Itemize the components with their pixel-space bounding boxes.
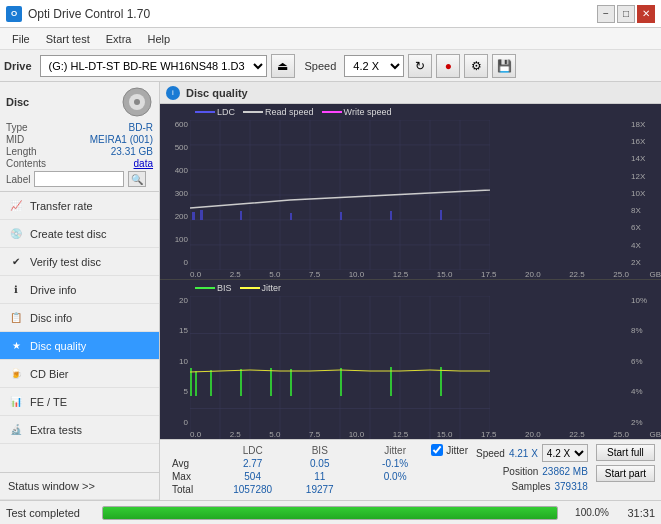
sidebar-item-disc-quality[interactable]: ★ Disc quality [0,332,159,360]
disc-type-row: Type BD-R [6,122,153,133]
action-buttons: Start full Start part [596,444,655,482]
sidebar-item-label: Disc quality [30,340,86,352]
svg-rect-62 [270,368,272,396]
samples-value: 379318 [554,481,587,492]
save-button[interactable]: 💾 [492,54,516,78]
stats-avg-label: Avg [166,457,215,470]
y-label: 400 [160,166,190,175]
bis-chart: BIS Jitter [160,280,661,439]
x-label: 10.0 [349,430,365,439]
y-label-right: 16X [629,137,661,146]
disc-label-input[interactable] [34,171,124,187]
content-area: i Disc quality LDC Read speed [160,82,661,500]
disc-contents-label: Contents [6,158,46,169]
write-button[interactable]: ● [436,54,460,78]
sidebar-item-cd-bier[interactable]: 🍺 CD Bier [0,360,159,388]
menu-start-test[interactable]: Start test [38,31,98,47]
svg-rect-21 [192,212,195,220]
y-label: 300 [160,189,190,198]
start-part-button[interactable]: Start part [596,465,655,482]
y-label: 20 [160,296,190,305]
x-label: 12.5 [393,430,409,439]
jitter-legend-dot [240,287,260,289]
close-button[interactable]: ✕ [637,5,655,23]
menu-file[interactable]: File [4,31,38,47]
jitter-checkbox-row: Jitter [431,444,468,456]
chart1-svg [190,120,490,270]
minimize-button[interactable]: − [597,5,615,23]
sidebar-item-label: Verify test disc [30,256,101,268]
svg-rect-27 [440,210,442,220]
y-label: 500 [160,143,190,152]
sidebar-item-fe-te[interactable]: 📊 FE / TE [0,388,159,416]
svg-rect-66 [440,367,442,396]
sidebar-item-label: FE / TE [30,396,67,408]
disc-quality-title: Disc quality [186,87,248,99]
sidebar-item-label: CD Bier [30,368,69,380]
y-label-right: 2X [629,258,661,267]
chart2-svg [190,296,490,439]
titlebar-controls: − □ ✕ [597,5,655,23]
y-label: 5 [160,387,190,396]
y-label: 200 [160,212,190,221]
chart1-yaxis-right: 18X 16X 14X 12X 10X 8X 6X 4X 2X [629,120,661,267]
ldc-legend-dot [195,111,215,113]
stats-total-jitter [367,483,423,496]
chart2-gb-unit: GB [649,430,661,439]
jitter-checkbox[interactable] [431,444,443,456]
position-value: 23862 MB [542,466,588,477]
stats-max-bis: 11 [290,470,349,483]
svg-rect-61 [240,369,242,396]
verify-test-disc-icon: ✔ [8,254,24,270]
y-label-right: 6X [629,223,661,232]
x-label: 2.5 [230,430,241,439]
y-label: 100 [160,235,190,244]
disc-type-label: Type [6,122,28,133]
x-label: 10.0 [349,270,365,279]
svg-rect-23 [240,211,242,220]
progress-label: 100.0% [564,507,609,518]
stats-max-ldc: 504 [215,470,290,483]
disc-quality-header: i Disc quality [160,82,661,104]
sidebar-item-create-test-disc[interactable]: 💿 Create test disc [0,220,159,248]
settings-button[interactable]: ⚙ [464,54,488,78]
cd-bier-icon: 🍺 [8,366,24,382]
menu-extra[interactable]: Extra [98,31,140,47]
x-label: 0.0 [190,430,201,439]
app-title: Opti Drive Control 1.70 [28,7,150,21]
disc-label-button[interactable]: 🔍 [128,171,146,187]
sidebar-item-disc-info[interactable]: 📋 Disc info [0,304,159,332]
writespeed-legend-item: Write speed [322,107,392,117]
disc-length-label: Length [6,146,37,157]
drive-select[interactable]: (G:) HL-DT-ST BD-RE WH16NS48 1.D3 [40,55,267,77]
disc-panel-header: Disc [6,86,153,118]
sidebar-item-drive-info[interactable]: ℹ Drive info [0,276,159,304]
x-label: 22.5 [569,270,585,279]
disc-contents-value[interactable]: data [134,158,153,169]
progress-fill [103,507,557,519]
start-full-button[interactable]: Start full [596,444,655,461]
sidebar-item-extra-tests[interactable]: 🔬 Extra tests [0,416,159,444]
stats-header-empty [166,444,215,457]
sidebar-item-transfer-rate[interactable]: 📈 Transfer rate [0,192,159,220]
y-label-right: 6% [629,357,661,366]
refresh-button[interactable]: ↻ [408,54,432,78]
disc-contents-row: Contents data [6,158,153,169]
disc-length-row: Length 23.31 GB [6,146,153,157]
y-label: 10 [160,357,190,366]
speed-select[interactable]: 4.2 X [344,55,404,77]
x-label: 5.0 [269,430,280,439]
status-window-button[interactable]: Status window >> [0,472,159,500]
y-label-right: 8X [629,206,661,215]
svg-rect-22 [200,210,203,220]
speed-select[interactable]: 4.2 X [542,444,588,462]
sidebar-item-verify-test-disc[interactable]: ✔ Verify test disc [0,248,159,276]
maximize-button[interactable]: □ [617,5,635,23]
menu-help[interactable]: Help [139,31,178,47]
disc-label-label: Label [6,174,30,185]
svg-rect-64 [340,368,342,396]
jitter-label: Jitter [446,445,468,456]
svg-point-2 [134,99,140,105]
drive-info-icon: ℹ [8,282,24,298]
eject-button[interactable]: ⏏ [271,54,295,78]
